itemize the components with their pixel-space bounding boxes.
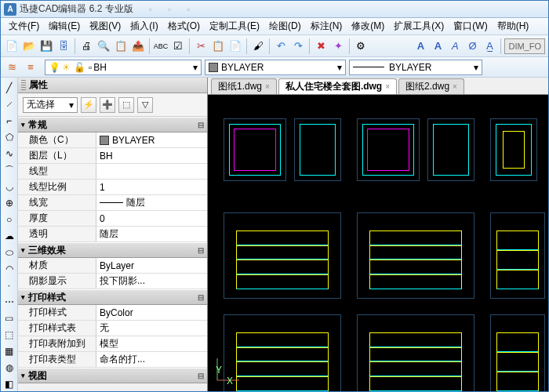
property-row[interactable]: 图层（L）BH [18, 148, 207, 164]
plot-icon[interactable]: 📋 [113, 38, 129, 54]
property-row[interactable]: 打印样式表无 [18, 321, 207, 336]
grip-icon[interactable] [21, 80, 26, 91]
layer-states-icon[interactable]: ≡ [23, 60, 38, 75]
property-value[interactable]: 随层 [96, 195, 207, 210]
property-row[interactable]: 线型 [18, 164, 207, 180]
property-group-header[interactable]: ▾常规⊟ [18, 117, 207, 132]
hatch-icon[interactable]: ▦ [2, 344, 16, 358]
menu-item[interactable]: 编辑(E) [44, 18, 85, 34]
property-row[interactable]: 打印表类型命名的打... [18, 352, 207, 368]
document-tab[interactable]: 图纸2.dwg× [398, 78, 464, 94]
text-a2-icon[interactable]: A [430, 38, 445, 54]
linetype-combo[interactable]: BYLAYER ▾ [349, 60, 482, 75]
text-a5-icon[interactable]: A̲ [482, 38, 497, 54]
xline-icon[interactable]: ⟋ [2, 97, 16, 111]
property-value[interactable]: 1 [96, 180, 207, 194]
arc2-icon[interactable]: ◡ [2, 180, 16, 194]
copy-icon[interactable]: 📋 [210, 38, 226, 54]
saveall-icon[interactable]: 🗄 [56, 38, 71, 54]
property-row[interactable]: 材质ByLayer [18, 258, 207, 274]
menu-item[interactable]: 修改(M) [347, 18, 389, 34]
property-row[interactable]: 打印表附加到模型 [18, 336, 207, 352]
close-icon[interactable]: × [453, 82, 457, 91]
property-group-header[interactable]: ▾视图⊟ [18, 368, 207, 383]
region-icon[interactable]: ◧ [2, 377, 16, 391]
purge-icon[interactable]: ✦ [330, 38, 346, 54]
undo-icon[interactable]: ↶ [273, 38, 289, 54]
find-icon[interactable]: ☑ [170, 38, 186, 54]
circle-icon[interactable]: ○ [2, 212, 16, 227]
selection-combo[interactable]: 无选择▾ [23, 97, 78, 113]
menu-item[interactable]: 定制工具(E) [205, 18, 264, 34]
panel-header[interactable]: 属性 [18, 78, 207, 93]
property-row[interactable]: 颜色（C）BYLAYER [18, 132, 207, 148]
menu-item[interactable]: 视图(V) [85, 18, 125, 34]
preview-icon[interactable]: 🔍 [96, 38, 111, 54]
property-value[interactable]: 0 [96, 211, 207, 226]
property-value[interactable] [96, 164, 207, 179]
property-row[interactable]: 阴影显示投下阴影... [18, 274, 207, 289]
document-tab[interactable]: 图纸1.dwg× [211, 78, 277, 94]
revcloud-icon[interactable]: ☁ [2, 229, 16, 243]
text-a4-icon[interactable]: Ø [464, 38, 480, 54]
circle-xy-icon[interactable]: ⊕ [2, 196, 16, 210]
property-row[interactable]: 线宽随层 [18, 195, 207, 211]
menu-item[interactable]: 标注(N) [306, 18, 347, 34]
open-icon[interactable]: 📂 [21, 38, 37, 54]
property-row[interactable]: 透明随层 [18, 227, 207, 242]
property-group-header[interactable]: ▾打印样式⊟ [18, 289, 207, 305]
gradient-icon[interactable]: ◍ [2, 361, 16, 375]
dimstyle-combo[interactable]: DIM_FO [504, 38, 545, 54]
menu-item[interactable]: 绘图(D) [264, 18, 306, 34]
property-value[interactable]: 随层 [96, 227, 207, 241]
block-icon[interactable]: ▭ [2, 311, 16, 325]
new-icon[interactable]: 📄 [4, 38, 20, 54]
quickselect-icon[interactable]: ⚡ [81, 97, 96, 113]
select-icon[interactable]: ⬚ [118, 97, 134, 113]
settings-icon[interactable]: ⚙ [353, 38, 369, 54]
print-icon[interactable]: 🖨 [78, 38, 94, 54]
filter-icon[interactable]: ▽ [137, 97, 153, 113]
color-combo[interactable]: BYLAYER ▾ [205, 60, 346, 75]
document-tab[interactable]: 私人住宅楼全套图.dwg× [278, 78, 397, 94]
layer-manager-icon[interactable]: ≋ [4, 60, 20, 75]
pickadd-icon[interactable]: ➕ [100, 97, 115, 113]
property-value[interactable]: BH [96, 148, 207, 163]
menu-item[interactable]: 文件(F) [4, 18, 44, 34]
close-icon[interactable]: × [265, 82, 270, 91]
property-row[interactable]: 线型比例1 [18, 180, 207, 195]
text-a1-icon[interactable]: A [413, 38, 428, 54]
menu-item[interactable]: 窗口(W) [449, 18, 492, 34]
layer-combo[interactable]: 💡☀🔓▫ BH ▾ [45, 60, 202, 75]
menu-item[interactable]: 格式(O) [163, 18, 205, 34]
property-value[interactable]: ByColor [96, 305, 207, 320]
menu-item[interactable]: 插入(I) [125, 18, 162, 34]
text-a3-icon[interactable]: A [447, 38, 463, 54]
pline-icon[interactable]: ⌐ [2, 114, 16, 128]
property-value[interactable]: 模型 [96, 336, 207, 351]
match-icon[interactable]: 🖌 [250, 38, 266, 54]
property-row[interactable]: 厚度0 [18, 211, 207, 227]
spell-icon[interactable]: ABC [153, 38, 169, 54]
export-icon[interactable]: 📤 [130, 38, 146, 54]
line-icon[interactable]: ╱ [2, 81, 16, 95]
polygon-icon[interactable]: ⬠ [2, 130, 16, 144]
spline-icon[interactable]: ∿ [2, 147, 16, 161]
property-value[interactable]: 投下阴影... [96, 274, 207, 289]
insert-icon[interactable]: ⬚ [2, 328, 16, 342]
divide-icon[interactable]: ⋯ [2, 295, 16, 309]
point-icon[interactable]: · [2, 278, 16, 292]
property-value[interactable]: ByLayer [96, 258, 207, 273]
arc-icon[interactable]: ⌒ [2, 163, 16, 177]
paste-icon[interactable]: 📄 [227, 38, 243, 54]
property-row[interactable]: 打印样式ByColor [18, 305, 207, 321]
erase-icon[interactable]: ✖ [313, 38, 329, 54]
menu-item[interactable]: 帮助(H) [493, 18, 534, 34]
property-value[interactable]: BYLAYER [96, 132, 207, 147]
cut-icon[interactable]: ✂ [193, 38, 209, 54]
save-icon[interactable]: 💾 [38, 38, 54, 54]
property-value[interactable]: 命名的打... [96, 352, 207, 367]
redo-icon[interactable]: ↷ [290, 38, 306, 54]
menu-item[interactable]: 扩展工具(X) [389, 18, 449, 34]
property-group-header[interactable]: ▾三维效果⊟ [18, 242, 207, 258]
